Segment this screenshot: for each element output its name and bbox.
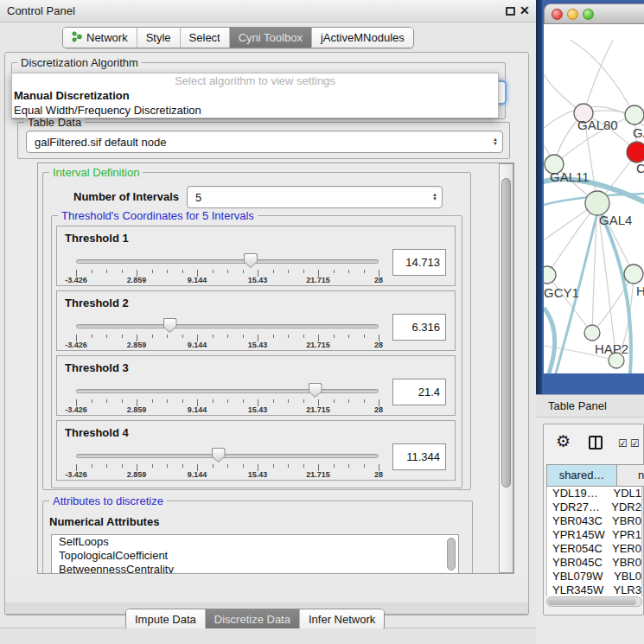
- network-view-canvas[interactable]: GAL80GACGAL11GAL4GCY1HHAP2: [544, 24, 644, 373]
- slider-tick-labels: -3.4262.8599.14415.4321.71528: [76, 405, 379, 414]
- threshold-slider[interactable]: -3.4262.8599.14415.4321.71528: [76, 252, 379, 284]
- close-icon[interactable]: ✕: [520, 3, 530, 17]
- bottom-tab-impute-data[interactable]: Impute Data: [126, 609, 206, 629]
- interval-definition-title: Interval Definition: [49, 166, 143, 179]
- column-header-name[interactable]: na: [617, 464, 644, 487]
- node-label: GAL4: [599, 213, 632, 227]
- float-window-icon[interactable]: [506, 7, 515, 16]
- select-all-checkbox-icon[interactable]: ☑: [618, 437, 628, 450]
- settings-scrollbar-track[interactable]: [499, 163, 513, 573]
- top-tab-bar: NetworkStyleSelectCyni ToolboxjActiveMNo…: [62, 27, 414, 48]
- cell-name: YDR2: [609, 501, 641, 514]
- slider-track[interactable]: [76, 454, 379, 458]
- threshold-slider[interactable]: -3.4262.8599.14415.4321.71528: [76, 382, 379, 413]
- threshold-value-field[interactable]: 21.4: [392, 379, 446, 405]
- network-window-titlebar[interactable]: [544, 3, 644, 24]
- table-row[interactable]: YER054CYER0: [547, 542, 641, 556]
- threshold-value-field[interactable]: 6.316: [392, 314, 446, 341]
- table-row[interactable]: YPR145WYPR1: [547, 528, 641, 542]
- table-panel-title: Table Panel: [548, 399, 607, 412]
- number-of-intervals-value: 5: [188, 191, 428, 204]
- slider-handle[interactable]: [163, 318, 177, 333]
- close-traffic-light-icon[interactable]: [552, 9, 563, 20]
- select-none-checkbox-icon[interactable]: ☑: [630, 437, 640, 450]
- cell-shared-name: YBR045C: [547, 556, 609, 570]
- tab-style[interactable]: Style: [137, 28, 181, 48]
- threshold-value-field[interactable]: 14.713: [392, 249, 446, 276]
- cell-shared-name: YPR145W: [547, 528, 609, 542]
- table-row[interactable]: YBR043CYBR0: [547, 514, 641, 528]
- algorithm-group-title: Discretization Algorithm: [17, 56, 142, 69]
- table-header-row: shared… na: [546, 464, 644, 487]
- algorithm-dropdown-popup: Select algorithm to view settings Manual…: [11, 73, 499, 118]
- numerical-attributes-list[interactable]: SelfLoopsTopologicalCoefficientBetweenne…: [51, 534, 459, 574]
- minimize-traffic-light-icon[interactable]: [567, 9, 578, 20]
- threshold-label: Threshold 4: [65, 426, 129, 439]
- bottom-tab-label: Impute Data: [135, 613, 196, 626]
- table-data-value: galFiltered.sif default node: [27, 136, 488, 149]
- tab-label: Style: [146, 31, 171, 44]
- slider-track[interactable]: [76, 389, 379, 393]
- table-row[interactable]: YDR27…YDR2: [547, 501, 641, 514]
- cell-name: YER0: [609, 542, 641, 556]
- network-window-background: GAL80GACGAL11GAL4GCY1HHAP2: [536, 0, 644, 394]
- slider-tick-labels: -3.4262.8599.14415.4321.71528: [76, 341, 379, 349]
- settings-scrollbar-thumb[interactable]: [501, 178, 511, 488]
- zoom-traffic-light-icon[interactable]: [583, 9, 594, 20]
- right-region: GAL80GACGAL11GAL4GCY1HHAP2 Table Panel ⚙…: [536, 0, 644, 644]
- cell-name: YBR0: [609, 514, 641, 528]
- attribute-list-item[interactable]: TopologicalCoefficient: [52, 549, 458, 563]
- table-row[interactable]: YBL079WYBL0: [547, 570, 641, 583]
- network-node-h[interactable]: [624, 265, 643, 284]
- threshold-value-field[interactable]: 11.344: [392, 443, 446, 470]
- bottom-tab-discretize-data[interactable]: Discretize Data: [206, 609, 300, 629]
- list-scrollbar-thumb[interactable]: [447, 538, 456, 571]
- column-header-shared[interactable]: shared…: [546, 464, 617, 487]
- network-node-c[interactable]: [627, 142, 644, 163]
- slider-handle[interactable]: [309, 383, 322, 398]
- tab-jactivemnodules[interactable]: jActiveMNodules: [312, 28, 413, 48]
- attribute-list-item[interactable]: BetweennessCentrality: [52, 563, 458, 574]
- cell-shared-name: YDR27…: [547, 501, 609, 514]
- network-node-hap2[interactable]: [584, 325, 600, 341]
- tab-label: Network: [86, 31, 128, 44]
- table-data-combobox[interactable]: galFiltered.sif default node ▲▼: [26, 131, 503, 153]
- tab-select[interactable]: Select: [181, 28, 230, 48]
- table-hscrollbar-thumb[interactable]: [548, 598, 636, 605]
- network-node-ga[interactable]: [625, 105, 644, 124]
- network-node-gcy1[interactable]: [544, 266, 556, 284]
- table-row[interactable]: YLR345WYLR3: [547, 583, 641, 596]
- table-rows: YDL19…YDL1YDR27…YDR2YBR043CYBR0YPR145WYP…: [546, 487, 642, 596]
- table-row[interactable]: YBR045CYBR0: [547, 556, 641, 570]
- bottom-tab-infer-network[interactable]: Infer Network: [300, 609, 384, 629]
- network-icon: [72, 31, 83, 45]
- columns-icon[interactable]: [589, 436, 603, 450]
- threshold-slider[interactable]: -3.4262.8599.14415.4321.71528: [76, 317, 379, 348]
- slider-handle[interactable]: [212, 448, 226, 462]
- slider-track[interactable]: [76, 259, 379, 264]
- dropdown-item-manual[interactable]: Manual Discretization: [12, 88, 498, 103]
- tab-cyni-toolbox[interactable]: Cyni Toolbox: [230, 28, 312, 48]
- control-panel-titlebar: Control Panel ✕: [0, 0, 536, 22]
- table-hscrollbar-track[interactable]: [546, 596, 642, 607]
- threshold-slider[interactable]: -3.4262.8599.14415.4321.71528: [76, 447, 379, 478]
- threshold-label: Threshold 2: [65, 296, 129, 309]
- slider-handle[interactable]: [244, 253, 258, 268]
- gear-icon[interactable]: ⚙: [556, 431, 571, 451]
- cell-shared-name: YER054C: [547, 542, 609, 556]
- dropdown-placeholder-item[interactable]: Select algorithm to view settings: [12, 73, 498, 88]
- attributes-group-title: Attributes to discretize: [49, 494, 167, 507]
- attribute-list-item[interactable]: SelfLoops: [52, 535, 458, 549]
- dropdown-item-equal-width[interactable]: Equal Width/Frequency Discretization: [12, 103, 498, 118]
- slider-track[interactable]: [76, 324, 379, 328]
- cell-shared-name: YDL19…: [547, 487, 610, 501]
- table-row[interactable]: YDL19…YDL1: [547, 487, 641, 501]
- threshold-label: Threshold 1: [65, 232, 129, 245]
- control-panel: Control Panel ✕ NetworkStyleSelectCyni T…: [0, 0, 536, 628]
- number-of-intervals-combobox[interactable]: 5 ▲▼: [187, 186, 443, 208]
- network-node-gal4[interactable]: [585, 191, 609, 215]
- tab-network[interactable]: Network: [63, 28, 137, 48]
- numerical-attributes-label: Numerical Attributes: [49, 515, 159, 528]
- node-label: H: [636, 284, 644, 298]
- thresholds-group-title: Threshold's Coordinates for 5 Intervals: [58, 209, 258, 222]
